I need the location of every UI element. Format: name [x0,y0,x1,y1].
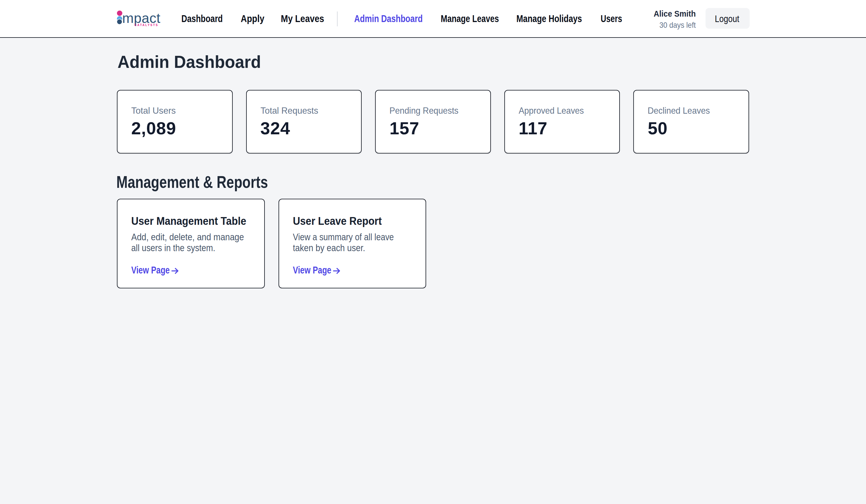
svg-text:CATALYSTS: CATALYSTS [134,23,158,27]
